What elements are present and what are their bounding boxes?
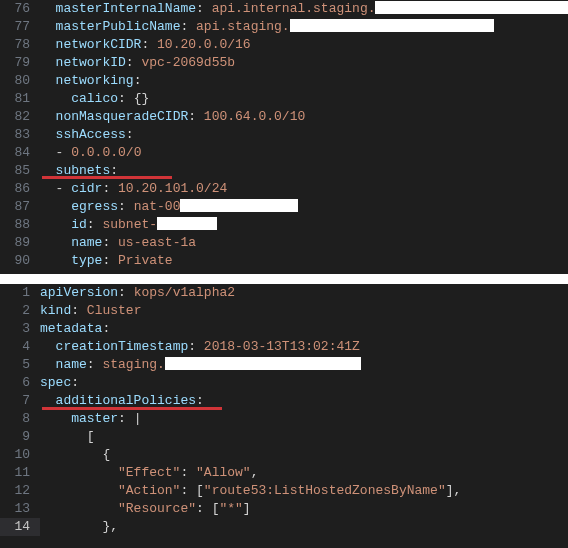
code-content: }, bbox=[40, 518, 118, 536]
code-content: nonMasqueradeCIDR: 100.64.0.0/10 bbox=[40, 108, 305, 126]
code-line[interactable]: 84 - 0.0.0.0/0 bbox=[0, 144, 568, 162]
code-line[interactable]: 4 creationTimestamp: 2018-03-13T13:02:41… bbox=[0, 338, 568, 356]
code-editor-top: 76 masterInternalName: api.internal.stag… bbox=[0, 0, 568, 274]
line-number: 84 bbox=[0, 144, 40, 162]
line-number: 5 bbox=[0, 356, 40, 374]
code-content: egress: nat-00 bbox=[40, 198, 298, 216]
redaction-block bbox=[180, 199, 298, 212]
highlight-underline-bottom bbox=[42, 407, 222, 410]
code-line[interactable]: 79 networkID: vpc-2069d55b bbox=[0, 54, 568, 72]
code-content: { bbox=[40, 446, 110, 464]
code-line[interactable]: 3metadata: bbox=[0, 320, 568, 338]
redaction-block bbox=[375, 1, 568, 14]
code-line[interactable]: 11 "Effect": "Allow", bbox=[0, 464, 568, 482]
line-number: 78 bbox=[0, 36, 40, 54]
code-content: "Effect": "Allow", bbox=[40, 464, 258, 482]
code-content: master: | bbox=[40, 410, 141, 428]
code-line[interactable]: 77 masterPublicName: api.staging. bbox=[0, 18, 568, 36]
code-content: calico: {} bbox=[40, 90, 149, 108]
code-line[interactable]: 9 [ bbox=[0, 428, 568, 446]
line-number: 79 bbox=[0, 54, 40, 72]
code-content: creationTimestamp: 2018-03-13T13:02:41Z bbox=[40, 338, 360, 356]
line-number: 1 bbox=[0, 284, 40, 302]
line-number: 88 bbox=[0, 216, 40, 234]
code-content: name: staging. bbox=[40, 356, 361, 374]
code-line[interactable]: 88 id: subnet- bbox=[0, 216, 568, 234]
line-number: 8 bbox=[0, 410, 40, 428]
line-number: 76 bbox=[0, 0, 40, 18]
line-number: 7 bbox=[0, 392, 40, 410]
code-line[interactable]: 8 master: | bbox=[0, 410, 568, 428]
line-number: 9 bbox=[0, 428, 40, 446]
code-content: apiVersion: kops/v1alpha2 bbox=[40, 284, 235, 302]
line-number: 80 bbox=[0, 72, 40, 90]
code-line[interactable]: 87 egress: nat-00 bbox=[0, 198, 568, 216]
code-line[interactable]: 12 "Action": ["route53:ListHostedZonesBy… bbox=[0, 482, 568, 500]
code-line[interactable]: 82 nonMasqueradeCIDR: 100.64.0.0/10 bbox=[0, 108, 568, 126]
code-content: metadata: bbox=[40, 320, 110, 338]
line-number: 81 bbox=[0, 90, 40, 108]
image-gap bbox=[0, 274, 568, 284]
code-content: masterPublicName: api.staging. bbox=[40, 18, 494, 36]
code-line[interactable]: 10 { bbox=[0, 446, 568, 464]
code-line[interactable]: 13 "Resource": ["*"] bbox=[0, 500, 568, 518]
redaction-block bbox=[165, 357, 361, 370]
line-number: 2 bbox=[0, 302, 40, 320]
code-content: [ bbox=[40, 428, 95, 446]
line-number: 82 bbox=[0, 108, 40, 126]
redaction-block bbox=[290, 19, 494, 32]
line-number: 77 bbox=[0, 18, 40, 36]
line-number: 85 bbox=[0, 162, 40, 180]
code-content: "Action": ["route53:ListHostedZonesByNam… bbox=[40, 482, 461, 500]
code-line[interactable]: 81 calico: {} bbox=[0, 90, 568, 108]
line-number: 86 bbox=[0, 180, 40, 198]
code-line[interactable]: 90 type: Private bbox=[0, 252, 568, 270]
code-content: spec: bbox=[40, 374, 79, 392]
code-content: type: Private bbox=[40, 252, 173, 270]
line-number: 3 bbox=[0, 320, 40, 338]
code-line[interactable]: 14 }, bbox=[0, 518, 568, 536]
code-line[interactable]: 6spec: bbox=[0, 374, 568, 392]
line-number: 83 bbox=[0, 126, 40, 144]
line-number: 14 bbox=[0, 518, 40, 536]
code-line[interactable]: 5 name: staging. bbox=[0, 356, 568, 374]
code-line[interactable]: 76 masterInternalName: api.internal.stag… bbox=[0, 0, 568, 18]
code-content: - 0.0.0.0/0 bbox=[40, 144, 141, 162]
code-editor-bottom: 1apiVersion: kops/v1alpha22kind: Cluster… bbox=[0, 284, 568, 548]
line-number: 87 bbox=[0, 198, 40, 216]
code-content: networkID: vpc-2069d55b bbox=[40, 54, 235, 72]
code-content: "Resource": ["*"] bbox=[40, 500, 251, 518]
line-number: 12 bbox=[0, 482, 40, 500]
code-content: kind: Cluster bbox=[40, 302, 141, 320]
code-content: networkCIDR: 10.20.0.0/16 bbox=[40, 36, 251, 54]
code-line[interactable]: 78 networkCIDR: 10.20.0.0/16 bbox=[0, 36, 568, 54]
code-line[interactable]: 86 - cidr: 10.20.101.0/24 bbox=[0, 180, 568, 198]
line-number: 6 bbox=[0, 374, 40, 392]
code-content: masterInternalName: api.internal.staging… bbox=[40, 0, 568, 18]
line-number: 4 bbox=[0, 338, 40, 356]
code-content: sshAccess: bbox=[40, 126, 134, 144]
code-line[interactable]: 80 networking: bbox=[0, 72, 568, 90]
redaction-block bbox=[157, 217, 217, 230]
code-line[interactable]: 83 sshAccess: bbox=[0, 126, 568, 144]
code-content: networking: bbox=[40, 72, 141, 90]
line-number: 11 bbox=[0, 464, 40, 482]
highlight-underline-top bbox=[42, 176, 172, 179]
code-line[interactable]: 1apiVersion: kops/v1alpha2 bbox=[0, 284, 568, 302]
line-number: 90 bbox=[0, 252, 40, 270]
line-number: 10 bbox=[0, 446, 40, 464]
code-content: name: us-east-1a bbox=[40, 234, 196, 252]
code-line[interactable]: 89 name: us-east-1a bbox=[0, 234, 568, 252]
line-number: 89 bbox=[0, 234, 40, 252]
code-content: id: subnet- bbox=[40, 216, 217, 234]
code-line[interactable]: 2kind: Cluster bbox=[0, 302, 568, 320]
line-number: 13 bbox=[0, 500, 40, 518]
code-content: - cidr: 10.20.101.0/24 bbox=[40, 180, 227, 198]
